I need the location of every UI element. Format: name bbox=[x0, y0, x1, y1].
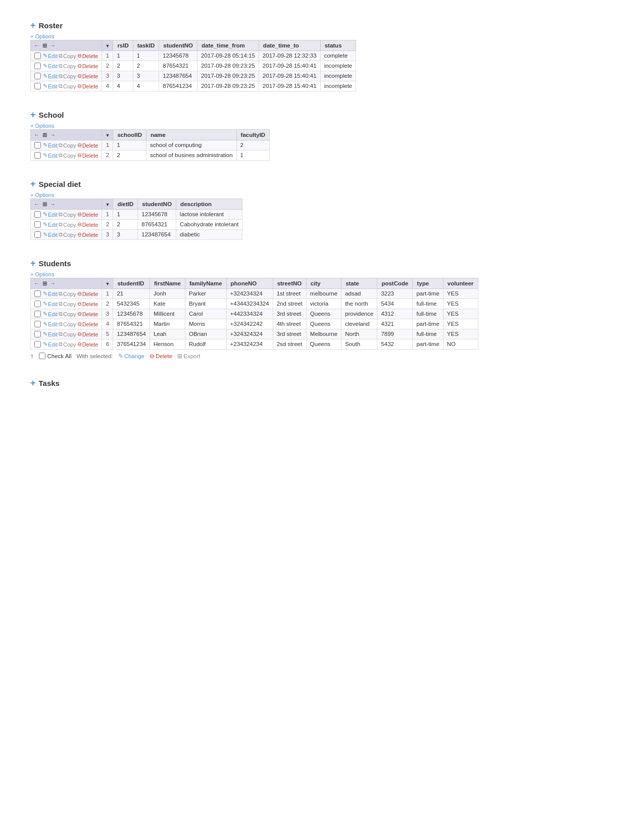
row-checkbox[interactable] bbox=[34, 331, 41, 337]
edit-button[interactable]: Edit bbox=[43, 53, 58, 59]
row-checkbox[interactable] bbox=[34, 152, 41, 159]
delete-button[interactable]: Delete bbox=[77, 311, 98, 317]
delete-button[interactable]: Delete bbox=[77, 73, 98, 79]
change-button[interactable]: ✎ Change bbox=[118, 353, 144, 360]
row-checkbox[interactable] bbox=[34, 221, 41, 228]
delete-button[interactable]: Delete bbox=[77, 301, 98, 307]
delete-button[interactable]: Delete bbox=[77, 211, 98, 218]
edit-button[interactable]: Edit bbox=[43, 231, 58, 238]
copy-button[interactable]: Copy bbox=[59, 311, 76, 317]
copy-button[interactable]: Copy bbox=[59, 341, 76, 348]
filter-cell[interactable] bbox=[102, 40, 113, 51]
copy-button[interactable]: Copy bbox=[59, 211, 76, 218]
cell-date_time_from: 2017-09-28 09:23:25 bbox=[197, 71, 259, 81]
copy-button[interactable]: Copy bbox=[59, 83, 76, 89]
options-link-roster[interactable]: + Options bbox=[30, 33, 54, 39]
row-checkbox[interactable] bbox=[34, 83, 41, 89]
delete-button[interactable]: Delete bbox=[77, 53, 98, 59]
options-link-school[interactable]: + Options bbox=[30, 123, 54, 129]
delete-button[interactable]: Delete bbox=[77, 341, 98, 348]
copy-button[interactable]: Copy bbox=[59, 331, 76, 337]
row-checkbox[interactable] bbox=[34, 341, 41, 348]
cell-postCode: 4312 bbox=[377, 309, 413, 319]
next-arrow[interactable] bbox=[50, 201, 56, 207]
edit-button[interactable]: Edit bbox=[43, 152, 58, 159]
section-tasks: + Tasks bbox=[30, 378, 614, 388]
edit-button[interactable]: Edit bbox=[43, 211, 58, 218]
check-all-checkbox[interactable] bbox=[39, 353, 45, 359]
cell-postCode: 7899 bbox=[377, 329, 413, 339]
prev-arrow[interactable] bbox=[34, 280, 39, 286]
filter-cell[interactable] bbox=[102, 199, 113, 210]
edit-button[interactable]: Edit bbox=[43, 290, 58, 297]
copy-button[interactable]: Copy bbox=[59, 142, 76, 149]
col-dietID: dietID bbox=[113, 199, 138, 210]
options-link-students[interactable]: + Options bbox=[30, 271, 54, 277]
col-description: description bbox=[176, 199, 242, 210]
cell-type: part-time bbox=[413, 339, 443, 350]
delete-button[interactable]: Delete bbox=[77, 83, 98, 89]
delete-button[interactable]: Delete bbox=[77, 152, 98, 159]
edit-button[interactable]: Edit bbox=[43, 301, 58, 307]
row-num: 3 bbox=[102, 309, 113, 319]
section-name-school: School bbox=[39, 111, 64, 119]
delete-button[interactable]: Delete bbox=[77, 221, 98, 228]
next-arrow[interactable] bbox=[50, 42, 56, 48]
next-arrow[interactable] bbox=[50, 132, 56, 138]
cell-familyName: Rudolf bbox=[185, 339, 227, 350]
edit-button[interactable]: Edit bbox=[43, 73, 58, 79]
cell-firstName: Henson bbox=[150, 339, 185, 350]
edit-button[interactable]: Edit bbox=[43, 142, 58, 149]
export-button[interactable]: ⊞ Export bbox=[177, 353, 200, 360]
next-arrow[interactable] bbox=[50, 280, 56, 286]
delete-icon bbox=[77, 341, 82, 348]
edit-button[interactable]: Edit bbox=[43, 331, 58, 337]
copy-button[interactable]: Copy bbox=[59, 53, 76, 59]
delete-button[interactable]: Delete bbox=[77, 331, 98, 337]
copy-button[interactable]: Copy bbox=[59, 73, 76, 79]
copy-button[interactable]: Copy bbox=[59, 63, 76, 69]
delete-button[interactable]: Delete bbox=[77, 231, 98, 238]
row-checkbox[interactable] bbox=[34, 311, 41, 317]
edit-button[interactable]: Edit bbox=[43, 221, 58, 228]
edit-button[interactable]: Edit bbox=[43, 311, 58, 317]
filter-cell[interactable] bbox=[102, 278, 113, 289]
row-checkbox[interactable] bbox=[34, 301, 41, 307]
copy-button[interactable]: Copy bbox=[59, 152, 76, 159]
cell-date_time_from: 2017-09-28 09:23:25 bbox=[197, 61, 259, 71]
options-link-special-diet[interactable]: + Options bbox=[30, 192, 54, 198]
row-checkbox[interactable] bbox=[34, 73, 41, 79]
col-familyName: familyName bbox=[185, 278, 227, 289]
bottom-bar: ↑ Check All With selected: ✎ Change ⊖ De… bbox=[30, 352, 614, 360]
row-checkbox[interactable] bbox=[34, 142, 41, 149]
nav-cell: ⊞ bbox=[31, 40, 102, 51]
copy-button[interactable]: Copy bbox=[59, 221, 76, 228]
copy-button[interactable]: Copy bbox=[59, 301, 76, 307]
filter-cell[interactable] bbox=[102, 130, 113, 140]
row-checkbox[interactable] bbox=[34, 63, 41, 69]
edit-button[interactable]: Edit bbox=[43, 63, 58, 69]
row-checkbox[interactable] bbox=[34, 321, 41, 327]
section-title-roster: + Roster bbox=[30, 20, 614, 31]
delete-button[interactable]: Delete bbox=[77, 290, 98, 297]
prev-arrow[interactable] bbox=[34, 201, 39, 207]
delete-button[interactable]: Delete bbox=[77, 321, 98, 327]
delete-button[interactable]: Delete bbox=[77, 63, 98, 69]
row-checkbox[interactable] bbox=[34, 231, 41, 238]
delete-icon bbox=[77, 231, 82, 238]
copy-button[interactable]: Copy bbox=[59, 231, 76, 238]
row-checkbox[interactable] bbox=[34, 211, 41, 218]
plus-icon: + bbox=[30, 179, 36, 189]
copy-button[interactable]: Copy bbox=[59, 290, 76, 297]
copy-button[interactable]: Copy bbox=[59, 321, 76, 327]
delete-button[interactable]: Delete bbox=[77, 142, 98, 149]
row-checkbox[interactable] bbox=[34, 290, 41, 297]
cell-date_time_to: 2017-09-28 15:40:41 bbox=[259, 71, 320, 81]
bulk-delete-button[interactable]: ⊖ Delete bbox=[150, 353, 172, 360]
edit-button[interactable]: Edit bbox=[43, 321, 58, 327]
edit-button[interactable]: Edit bbox=[43, 83, 58, 89]
row-checkbox[interactable] bbox=[34, 53, 41, 59]
edit-button[interactable]: Edit bbox=[43, 341, 58, 348]
prev-arrow[interactable] bbox=[34, 42, 39, 48]
prev-arrow[interactable] bbox=[34, 132, 39, 138]
